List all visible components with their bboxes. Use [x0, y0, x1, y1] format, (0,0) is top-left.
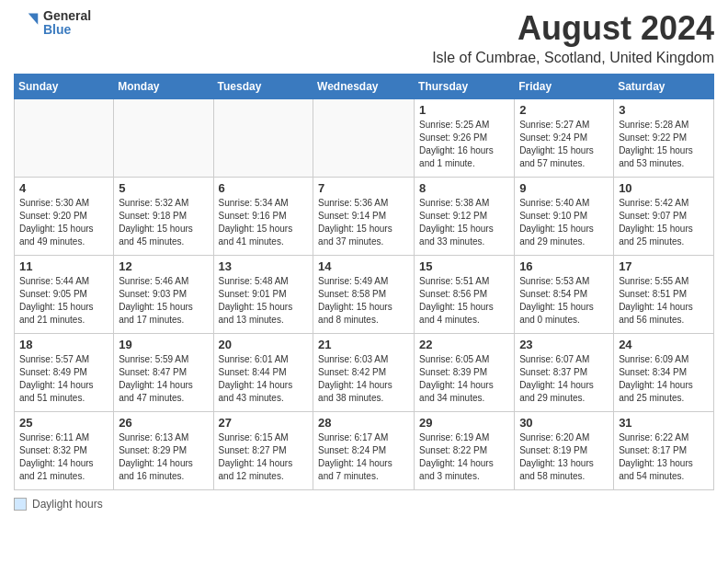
day-number: 6: [219, 181, 309, 195]
day-cell: 21Sunrise: 6:03 AM Sunset: 8:42 PM Dayli…: [313, 334, 415, 412]
day-cell: 20Sunrise: 6:01 AM Sunset: 8:44 PM Dayli…: [213, 334, 313, 412]
day-detail: Sunrise: 5:32 AM Sunset: 9:18 PM Dayligh…: [119, 197, 208, 248]
day-detail: Sunrise: 6:11 AM Sunset: 8:32 PM Dayligh…: [19, 431, 108, 483]
col-header-wednesday: Wednesday: [313, 75, 415, 99]
day-number: 7: [318, 181, 409, 195]
day-number: 4: [19, 181, 108, 195]
day-cell: 12Sunrise: 5:46 AM Sunset: 9:03 PM Dayli…: [114, 256, 213, 334]
day-cell: 23Sunrise: 6:07 AM Sunset: 8:37 PM Dayli…: [515, 334, 614, 412]
day-detail: Sunrise: 6:07 AM Sunset: 8:37 PM Dayligh…: [519, 353, 609, 405]
day-number: 28: [318, 416, 409, 430]
logo-blue: Blue: [43, 22, 71, 37]
day-number: 18: [19, 338, 108, 351]
day-number: 31: [619, 416, 709, 430]
day-detail: Sunrise: 5:30 AM Sunset: 9:20 PM Dayligh…: [19, 197, 108, 248]
week-row-2: 4Sunrise: 5:30 AM Sunset: 9:20 PM Daylig…: [15, 178, 714, 256]
day-detail: Sunrise: 5:25 AM Sunset: 9:26 PM Dayligh…: [419, 119, 509, 170]
day-cell: 18Sunrise: 5:57 AM Sunset: 8:49 PM Dayli…: [15, 334, 114, 412]
day-cell: 28Sunrise: 6:17 AM Sunset: 8:24 PM Dayli…: [313, 412, 415, 490]
day-cell: 8Sunrise: 5:38 AM Sunset: 9:12 PM Daylig…: [415, 178, 515, 256]
day-detail: Sunrise: 6:01 AM Sunset: 8:44 PM Dayligh…: [219, 353, 309, 405]
day-number: 14: [318, 259, 409, 273]
legend-box: [14, 498, 27, 511]
day-detail: Sunrise: 5:53 AM Sunset: 8:54 PM Dayligh…: [519, 275, 609, 327]
svg-marker-1: [28, 14, 39, 25]
day-detail: Sunrise: 5:38 AM Sunset: 9:12 PM Dayligh…: [419, 197, 509, 248]
day-detail: Sunrise: 5:28 AM Sunset: 9:22 PM Dayligh…: [619, 119, 709, 170]
col-header-tuesday: Tuesday: [213, 75, 313, 99]
day-detail: Sunrise: 5:48 AM Sunset: 9:01 PM Dayligh…: [219, 275, 309, 327]
day-detail: Sunrise: 6:13 AM Sunset: 8:29 PM Dayligh…: [119, 431, 208, 483]
header: General Blue August 2024 Isle of Cumbrae…: [14, 9, 714, 66]
day-detail: Sunrise: 5:59 AM Sunset: 8:47 PM Dayligh…: [119, 353, 208, 405]
day-cell: [313, 99, 415, 178]
day-detail: Sunrise: 5:55 AM Sunset: 8:51 PM Dayligh…: [619, 275, 709, 327]
day-number: 1: [419, 103, 509, 117]
calendar-table: SundayMondayTuesdayWednesdayThursdayFrid…: [14, 74, 714, 490]
day-cell: 22Sunrise: 6:05 AM Sunset: 8:39 PM Dayli…: [415, 334, 515, 412]
week-row-3: 11Sunrise: 5:44 AM Sunset: 9:05 PM Dayli…: [15, 256, 714, 334]
day-detail: Sunrise: 5:42 AM Sunset: 9:07 PM Dayligh…: [619, 197, 709, 248]
day-number: 11: [19, 259, 108, 273]
day-detail: Sunrise: 6:19 AM Sunset: 8:22 PM Dayligh…: [419, 431, 509, 483]
day-number: 12: [119, 259, 208, 273]
day-number: 22: [419, 338, 509, 351]
legend: Daylight hours: [14, 498, 714, 511]
subtitle: Isle of Cumbrae, Scotland, United Kingdo…: [432, 50, 714, 66]
day-number: 21: [318, 338, 409, 351]
logo-general: General: [43, 8, 91, 23]
day-cell: 11Sunrise: 5:44 AM Sunset: 9:05 PM Dayli…: [15, 256, 114, 334]
day-detail: Sunrise: 6:09 AM Sunset: 8:34 PM Dayligh…: [619, 353, 709, 405]
day-detail: Sunrise: 6:03 AM Sunset: 8:42 PM Dayligh…: [318, 353, 409, 405]
day-cell: 5Sunrise: 5:32 AM Sunset: 9:18 PM Daylig…: [114, 178, 213, 256]
day-cell: 15Sunrise: 5:51 AM Sunset: 8:56 PM Dayli…: [415, 256, 515, 334]
day-cell: 13Sunrise: 5:48 AM Sunset: 9:01 PM Dayli…: [213, 256, 313, 334]
col-header-thursday: Thursday: [415, 75, 515, 99]
day-cell: 14Sunrise: 5:49 AM Sunset: 8:58 PM Dayli…: [313, 256, 415, 334]
day-cell: 29Sunrise: 6:19 AM Sunset: 8:22 PM Dayli…: [415, 412, 515, 490]
day-detail: Sunrise: 5:51 AM Sunset: 8:56 PM Dayligh…: [419, 275, 509, 327]
day-number: 23: [519, 338, 609, 351]
day-cell: [15, 99, 114, 178]
day-number: 20: [219, 338, 309, 351]
day-cell: 9Sunrise: 5:40 AM Sunset: 9:10 PM Daylig…: [515, 178, 614, 256]
day-number: 9: [519, 181, 609, 195]
day-cell: [114, 99, 213, 178]
main-title: August 2024: [432, 9, 714, 48]
day-number: 13: [219, 259, 309, 273]
day-number: 30: [519, 416, 609, 430]
day-number: 10: [619, 181, 709, 195]
day-detail: Sunrise: 6:15 AM Sunset: 8:27 PM Dayligh…: [219, 431, 309, 483]
day-number: 25: [19, 416, 108, 430]
day-detail: Sunrise: 5:27 AM Sunset: 9:24 PM Dayligh…: [519, 119, 609, 170]
day-detail: Sunrise: 5:49 AM Sunset: 8:58 PM Dayligh…: [318, 275, 409, 327]
day-cell: 2Sunrise: 5:27 AM Sunset: 9:24 PM Daylig…: [515, 99, 614, 178]
week-row-5: 25Sunrise: 6:11 AM Sunset: 8:32 PM Dayli…: [15, 412, 714, 490]
day-cell: 10Sunrise: 5:42 AM Sunset: 9:07 PM Dayli…: [614, 178, 714, 256]
day-detail: Sunrise: 5:44 AM Sunset: 9:05 PM Dayligh…: [19, 275, 108, 327]
day-number: 15: [419, 259, 509, 273]
day-detail: Sunrise: 6:22 AM Sunset: 8:17 PM Dayligh…: [619, 431, 709, 483]
day-cell: 31Sunrise: 6:22 AM Sunset: 8:17 PM Dayli…: [614, 412, 714, 490]
col-header-monday: Monday: [114, 75, 213, 99]
week-row-1: 1Sunrise: 5:25 AM Sunset: 9:26 PM Daylig…: [15, 99, 714, 178]
day-number: 24: [619, 338, 709, 351]
day-detail: Sunrise: 5:36 AM Sunset: 9:14 PM Dayligh…: [318, 197, 409, 248]
legend-label: Daylight hours: [32, 498, 103, 511]
logo-icon: [14, 10, 40, 36]
title-area: August 2024 Isle of Cumbrae, Scotland, U…: [432, 9, 714, 66]
day-cell: 30Sunrise: 6:20 AM Sunset: 8:19 PM Dayli…: [515, 412, 614, 490]
day-number: 26: [119, 416, 208, 430]
day-cell: 1Sunrise: 5:25 AM Sunset: 9:26 PM Daylig…: [415, 99, 515, 178]
day-cell: 17Sunrise: 5:55 AM Sunset: 8:51 PM Dayli…: [614, 256, 714, 334]
day-cell: 26Sunrise: 6:13 AM Sunset: 8:29 PM Dayli…: [114, 412, 213, 490]
day-number: 17: [619, 259, 709, 273]
day-number: 27: [219, 416, 309, 430]
day-cell: 25Sunrise: 6:11 AM Sunset: 8:32 PM Dayli…: [15, 412, 114, 490]
day-cell: 19Sunrise: 5:59 AM Sunset: 8:47 PM Dayli…: [114, 334, 213, 412]
logo-text: General Blue: [43, 9, 91, 38]
day-detail: Sunrise: 6:20 AM Sunset: 8:19 PM Dayligh…: [519, 431, 609, 483]
logo: General Blue: [14, 9, 91, 38]
col-header-saturday: Saturday: [614, 75, 714, 99]
day-cell: 27Sunrise: 6:15 AM Sunset: 8:27 PM Dayli…: [213, 412, 313, 490]
